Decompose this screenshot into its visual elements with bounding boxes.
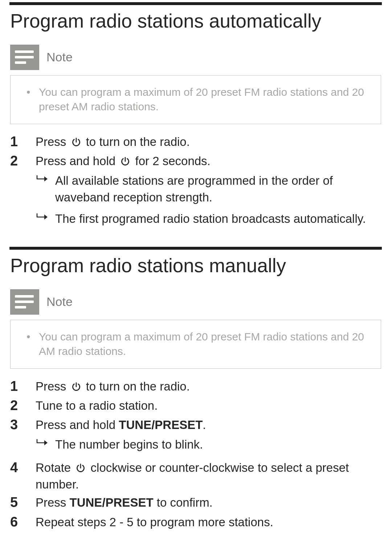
step: Rotate clockwise or counter-clockwise to… bbox=[9, 459, 380, 493]
step: Tune to a radio station. bbox=[9, 397, 380, 415]
step-result-text: The number begins to blink. bbox=[55, 436, 203, 453]
step-result-text: All available stations are programmed in… bbox=[55, 172, 380, 205]
note-box: You can program a maximum of 20 preset F… bbox=[10, 75, 381, 124]
note-header: Note bbox=[10, 45, 382, 70]
step-text: Press bbox=[36, 496, 70, 509]
section-rule bbox=[9, 247, 382, 250]
step-text: Press and hold bbox=[36, 154, 119, 168]
step-text: Repeat steps 2 - 5 to program more stati… bbox=[36, 515, 273, 529]
button-label: TUNE/PRESET bbox=[119, 418, 203, 432]
note-label: Note bbox=[46, 295, 73, 309]
result-arrow-icon bbox=[36, 175, 48, 183]
power-icon bbox=[120, 156, 130, 167]
step-results: The number begins to blink. bbox=[36, 436, 380, 453]
step-result: The number begins to blink. bbox=[36, 436, 380, 453]
note-icon bbox=[10, 289, 39, 315]
step: Repeat steps 2 - 5 to program more stati… bbox=[9, 514, 380, 532]
note-box: You can program a maximum of 20 preset F… bbox=[10, 320, 381, 369]
note-label: Note bbox=[46, 50, 73, 64]
power-icon bbox=[71, 137, 81, 147]
step-text: Rotate bbox=[36, 461, 74, 474]
power-icon bbox=[71, 382, 81, 392]
step: Press to turn on the radio. bbox=[9, 378, 380, 396]
step-result: The first programed radio station broadc… bbox=[36, 210, 380, 227]
step: Press and hold TUNE/PRESET.The number be… bbox=[9, 417, 380, 458]
step-list: Press to turn on the radio.Tune to a rad… bbox=[9, 378, 382, 532]
step-list: Press to turn on the radio.Press and hol… bbox=[9, 134, 382, 232]
note-item: You can program a maximum of 20 preset F… bbox=[26, 85, 370, 114]
step: Press to turn on the radio. bbox=[9, 134, 380, 151]
section-heading: Program radio stations automatically bbox=[10, 10, 382, 32]
note-header: Note bbox=[10, 289, 382, 315]
step-text: . bbox=[203, 418, 206, 432]
step-result: All available stations are programmed in… bbox=[36, 172, 380, 205]
button-label: TUNE/PRESET bbox=[70, 496, 154, 509]
step: Press TUNE/PRESET to confirm. bbox=[9, 494, 380, 512]
step-text: to turn on the radio. bbox=[83, 135, 190, 148]
step-text: Tune to a radio station. bbox=[36, 399, 158, 412]
step-text: for 2 seconds. bbox=[132, 154, 210, 168]
note-item: You can program a maximum of 20 preset F… bbox=[26, 330, 370, 359]
step-results: All available stations are programmed in… bbox=[36, 172, 380, 227]
section-rule bbox=[9, 2, 382, 5]
result-arrow-icon bbox=[36, 438, 48, 447]
note-icon bbox=[10, 45, 39, 70]
step-result-text: The first programed radio station broadc… bbox=[55, 210, 366, 227]
power-icon bbox=[75, 463, 86, 473]
section-heading: Program radio stations manually bbox=[10, 255, 382, 277]
step-text: Press bbox=[36, 380, 70, 393]
step-text: Press and hold bbox=[36, 418, 119, 432]
step: Press and hold for 2 seconds.All availab… bbox=[9, 153, 380, 232]
step-text: to confirm. bbox=[154, 496, 213, 509]
step-text: Press bbox=[36, 135, 70, 148]
step-text: to turn on the radio. bbox=[83, 380, 190, 393]
result-arrow-icon bbox=[36, 213, 48, 221]
